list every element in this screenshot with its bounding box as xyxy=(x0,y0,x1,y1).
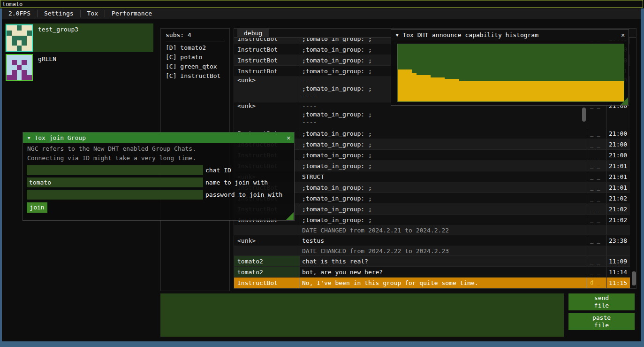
avatar-pixel xyxy=(7,75,12,80)
message-text: testus xyxy=(300,235,587,246)
subs-member[interactable]: [D] tomato2 xyxy=(161,43,229,53)
avatar-pixel xyxy=(22,75,27,80)
receipt-flags: _ _ xyxy=(587,102,606,128)
receipt-flags: _ _ xyxy=(587,235,606,246)
message-text: ;tomato_in_group: ; xyxy=(300,161,587,171)
message-time: 21:01 xyxy=(606,182,630,193)
histogram-bin xyxy=(596,81,600,101)
histogram-bin xyxy=(572,81,577,101)
avatar-pixel xyxy=(7,60,12,65)
join-field-label: password to join with xyxy=(205,190,282,200)
close-icon[interactable]: ✕ xyxy=(621,31,625,39)
message-line: No, I've been in this group for quite so… xyxy=(302,278,587,288)
receipt-flags: _ _ xyxy=(587,128,606,139)
histogram-bin xyxy=(568,81,572,101)
histogram-bin xyxy=(610,81,614,101)
avatar-pixel xyxy=(7,70,12,75)
tab-debug[interactable]: debug xyxy=(237,29,269,38)
group-avatar xyxy=(6,24,33,52)
resize-grip[interactable] xyxy=(621,97,628,105)
chat-inner-scrollbar[interactable] xyxy=(582,108,586,122)
histogram-bin xyxy=(445,79,449,101)
separator xyxy=(166,41,225,41)
histogram-bin xyxy=(431,77,435,101)
avatar-pixel xyxy=(17,36,22,41)
subs-member[interactable]: [C] green_qtox xyxy=(161,62,229,71)
sender-name: <unk> xyxy=(234,235,300,246)
histogram-bin xyxy=(402,69,407,101)
group-row-gREEN[interactable]: gREEN xyxy=(5,53,153,82)
avatar-pixel xyxy=(27,65,32,70)
histogram-window-title: Tox DHT announce capability histogram xyxy=(402,31,538,39)
message-line: ---- xyxy=(302,118,587,126)
receipt-flags: _ _ xyxy=(587,150,606,160)
message-row[interactable]: tomato2bot, are you new here?_ _11:14 xyxy=(234,267,630,278)
message-time: 21:00 xyxy=(606,102,630,128)
chat-scrollbar[interactable] xyxy=(632,271,636,285)
message-time: 21:00 xyxy=(606,139,630,149)
button-send-file[interactable]: sendfile xyxy=(568,293,635,310)
message-line: ;tomato_in_group: ; xyxy=(302,161,587,171)
avatar-pixel xyxy=(17,55,22,60)
message-row[interactable]: InstructBotNo, I've been in this group f… xyxy=(234,278,630,288)
subs-member[interactable]: [C] potato xyxy=(161,53,229,62)
message-row[interactable]: <unk>testus_ _23:38 xyxy=(234,235,630,246)
group-row-test_group3[interactable]: test_group3 xyxy=(5,23,153,52)
avatar-pixel xyxy=(22,65,27,70)
message-text: ;tomato_in_group: ; xyxy=(300,182,587,193)
join-field-name-to-join-with[interactable]: tomato xyxy=(27,177,203,187)
message-line: ;tomato_in_group: ; xyxy=(302,139,587,149)
message-text: DATE CHANGED from 2024.2.21 to 2024.2.22 xyxy=(300,225,587,235)
sender-name: <unk> xyxy=(234,102,300,128)
subs-member[interactable]: [C] InstructBot xyxy=(161,71,229,81)
join-button[interactable]: join xyxy=(27,202,47,213)
histogram-bin xyxy=(497,81,501,101)
avatar-pixel xyxy=(12,36,17,41)
histogram-bin xyxy=(440,77,445,101)
message-row[interactable]: <unk>----;tomato_in_group: ;----_ _21:00 xyxy=(234,102,630,128)
collapse-icon[interactable]: ▼ xyxy=(28,136,30,140)
menu-item-performance[interactable]: Performance xyxy=(105,8,159,19)
histogram-bin xyxy=(549,81,553,101)
avatar-pixel xyxy=(17,31,22,36)
message-time: 11:09 xyxy=(606,256,630,266)
join-window-titlebar[interactable]: ▼ Tox join Group ✕ xyxy=(23,132,294,143)
collapse-icon[interactable]: ▼ xyxy=(396,33,398,38)
message-line: chat is this real? xyxy=(302,256,587,266)
close-icon[interactable]: ✕ xyxy=(287,134,290,141)
window-titlebar[interactable]: tomato xyxy=(0,0,643,8)
histogram-bin xyxy=(412,73,417,101)
message-time: 21:01 xyxy=(606,161,630,171)
menu-item-tox[interactable]: Tox xyxy=(81,8,105,19)
resize-grip[interactable] xyxy=(286,212,294,220)
sender-name: InstructBot xyxy=(234,66,300,76)
button-paste-file[interactable]: pastefile xyxy=(568,313,635,330)
button-label-line: paste xyxy=(592,314,611,322)
message-text: ;tomato_in_group: ; xyxy=(300,193,587,203)
join-field-password-to-join-with[interactable] xyxy=(27,190,203,200)
message-line: bot, are you new here? xyxy=(302,267,587,277)
group-label: test_group3 xyxy=(38,26,78,33)
histogram-window-titlebar[interactable]: ▼ Tox DHT announce capability histogram … xyxy=(391,30,629,40)
avatar-pixel xyxy=(12,31,17,36)
histogram-bin xyxy=(539,81,544,101)
avatar-pixel xyxy=(27,75,32,80)
message-line: ;tomato_in_group: ; xyxy=(302,128,587,139)
message-line: ;tomato_in_group: ; xyxy=(302,182,587,193)
message-line: ;tomato_in_group: ; xyxy=(302,215,587,225)
histogram-bin xyxy=(582,81,586,101)
button-label-line: file xyxy=(594,302,609,309)
window-border-right xyxy=(641,8,644,341)
message-line: ;tomato_in_group: ; xyxy=(302,193,587,203)
avatar-pixel xyxy=(7,65,12,70)
join-field-chat-ID[interactable] xyxy=(27,165,203,175)
avatar-pixel xyxy=(27,25,32,31)
histogram-bin xyxy=(577,81,582,101)
receipt-flags: _ _ xyxy=(587,193,606,203)
histogram-bin xyxy=(511,81,515,101)
message-row[interactable]: tomato2chat is this real?_ _11:09 xyxy=(234,256,630,267)
message-input[interactable] xyxy=(160,293,564,337)
fps-indicator: 2.0FPS xyxy=(2,8,37,19)
menu-item-settings[interactable]: Settings xyxy=(38,8,80,19)
subs-member-list: [D] tomato2[C] potato[C] green_qtox[C] I… xyxy=(161,43,229,81)
